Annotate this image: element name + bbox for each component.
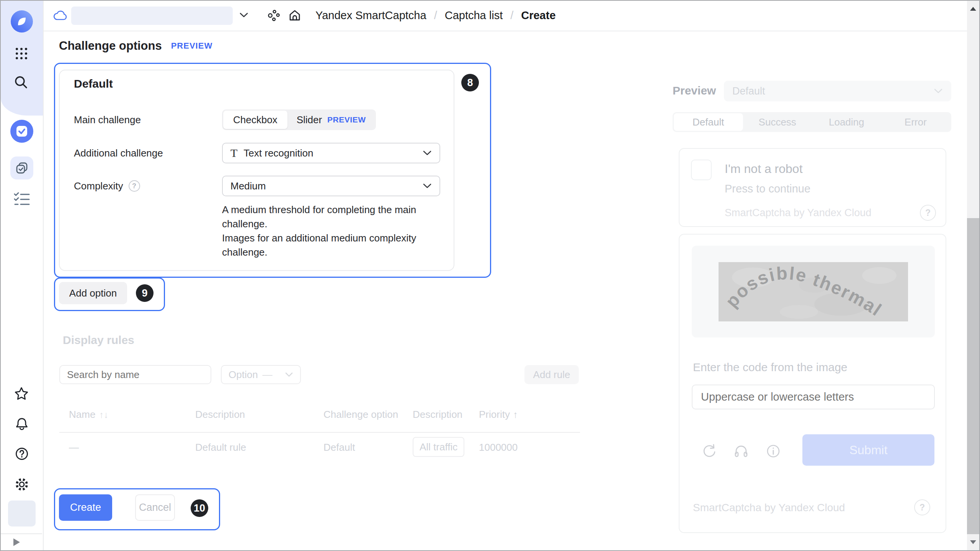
rule-cell-traffic-chip: All traffic bbox=[413, 437, 464, 457]
add-rule-button[interactable]: Add rule bbox=[524, 365, 579, 384]
column-header-description2: Description bbox=[413, 409, 462, 421]
captcha-help-icon[interactable]: ? bbox=[914, 499, 930, 515]
complexity-label-row: Complexity ? bbox=[74, 176, 140, 196]
preview-state-tabs: Default Success Loading Error bbox=[673, 112, 951, 132]
info-circle-icon bbox=[765, 443, 782, 460]
question-circle-icon bbox=[14, 446, 29, 461]
captcha-subtitle: Press to continue bbox=[725, 183, 810, 195]
segment-checkbox[interactable]: Checkbox bbox=[223, 111, 287, 129]
relations-button[interactable] bbox=[268, 9, 281, 24]
page-scrollbar[interactable] bbox=[967, 1, 979, 550]
captcha-audio-button[interactable] bbox=[733, 443, 750, 461]
captcha-brand: SmartCaptcha by Yandex Cloud bbox=[725, 207, 871, 219]
yandex-cloud-logo[interactable] bbox=[11, 10, 33, 33]
captcha-info-button[interactable] bbox=[765, 443, 782, 461]
column-header-challenge-option: Challenge option bbox=[323, 409, 398, 421]
node-graph-icon bbox=[268, 9, 281, 22]
tab-default[interactable]: Default bbox=[674, 113, 743, 131]
add-option-button[interactable]: Add option bbox=[59, 282, 127, 304]
captcha-refresh-button[interactable] bbox=[701, 443, 718, 461]
sidebar-item-smartcaptcha-active[interactable] bbox=[10, 120, 33, 143]
captcha-checkbox-card: I'm not a robot Press to continue SmartC… bbox=[679, 148, 946, 227]
column-header-description: Description bbox=[195, 409, 245, 421]
sidebar-collapse-button[interactable] bbox=[11, 537, 21, 547]
complexity-description-line2: Images for an additional medium complexi… bbox=[222, 231, 432, 259]
breadcrumb: Yandex SmartCaptcha / Captcha list / Cre… bbox=[315, 1, 556, 30]
table-header-divider bbox=[59, 432, 580, 433]
sidebar-item-captcha-list[interactable] bbox=[10, 156, 33, 179]
rule-cell-description: Default rule bbox=[195, 442, 246, 453]
scrollbar-up-button[interactable] bbox=[967, 1, 979, 17]
captcha-image-frame: possible thermal bbox=[692, 246, 935, 337]
slider-preview-badge: PREVIEW bbox=[327, 115, 366, 124]
rules-search-input[interactable] bbox=[59, 365, 211, 384]
rule-cell-priority: 1000000 bbox=[479, 442, 518, 453]
home-button[interactable] bbox=[288, 9, 302, 24]
avatar[interactable] bbox=[8, 500, 36, 527]
complexity-help-icon[interactable]: ? bbox=[129, 180, 140, 192]
star-icon bbox=[14, 386, 29, 401]
breadcrumb-current: Create bbox=[521, 9, 555, 22]
column-header-name[interactable]: Name ↑↓ bbox=[69, 409, 108, 421]
sidebar-divider bbox=[1, 533, 42, 534]
home-icon bbox=[288, 9, 302, 23]
step-badge-8: 8 bbox=[461, 74, 479, 91]
chevron-down-icon bbox=[934, 88, 943, 94]
topbar: Yandex SmartCaptcha / Captcha list / Cre… bbox=[44, 1, 968, 31]
chevron-down-icon bbox=[239, 11, 249, 18]
play-triangle-icon bbox=[12, 538, 21, 547]
scrollbar-down-button[interactable] bbox=[967, 534, 979, 550]
support-button[interactable] bbox=[14, 446, 30, 462]
chevron-down-icon bbox=[285, 372, 293, 378]
sidebar-item-operations[interactable] bbox=[13, 191, 31, 207]
segment-slider[interactable]: Slider PREVIEW bbox=[287, 114, 375, 126]
scrollbar-thumb[interactable] bbox=[967, 218, 979, 535]
rule-cell-name: — bbox=[69, 442, 79, 453]
preview-option-select[interactable]: Default bbox=[724, 81, 951, 101]
additional-challenge-label: Additional challenge bbox=[74, 143, 163, 163]
tab-loading[interactable]: Loading bbox=[812, 113, 881, 131]
breadcrumb-separator: / bbox=[434, 9, 437, 22]
create-button[interactable]: Create bbox=[59, 494, 112, 521]
cancel-button[interactable]: Cancel bbox=[135, 494, 175, 521]
im-not-a-robot-checkbox[interactable] bbox=[691, 160, 712, 180]
logo-leaf-icon bbox=[11, 10, 33, 33]
rule-cell-challenge-option: Default bbox=[323, 442, 355, 453]
captcha-help-icon[interactable]: ? bbox=[920, 205, 936, 221]
project-selector-chevron[interactable] bbox=[239, 11, 249, 20]
tab-error[interactable]: Error bbox=[881, 113, 951, 131]
captcha-submit-button[interactable]: Submit bbox=[802, 434, 934, 466]
checklist-icon bbox=[13, 191, 31, 207]
sort-both-icon: ↑↓ bbox=[99, 409, 108, 420]
breadcrumb-service[interactable]: Yandex SmartCaptcha bbox=[315, 9, 426, 22]
bell-icon bbox=[14, 416, 29, 432]
additional-challenge-select[interactable]: T Text recognition bbox=[222, 143, 440, 163]
project-selector[interactable] bbox=[71, 7, 233, 25]
triangle-down-icon bbox=[970, 540, 977, 544]
complexity-label: Complexity bbox=[74, 180, 123, 192]
settings-button[interactable] bbox=[14, 476, 30, 492]
preview-label: Preview bbox=[673, 84, 716, 97]
step-badge-9: 9 bbox=[136, 284, 154, 302]
headphones-icon bbox=[733, 443, 750, 460]
option-filter-value: — bbox=[263, 369, 273, 381]
column-header-priority[interactable]: Priority ↑ bbox=[479, 409, 518, 421]
captcha-title: I'm not a robot bbox=[725, 162, 803, 176]
page-title-preview-badge: PREVIEW bbox=[171, 41, 212, 51]
tab-success[interactable]: Success bbox=[743, 113, 812, 131]
gear-icon bbox=[14, 477, 29, 492]
captcha-prompt: Enter the code from the image bbox=[693, 361, 848, 374]
step-badge-10: 10 bbox=[191, 499, 208, 517]
complexity-select[interactable]: Medium bbox=[222, 176, 440, 196]
all-services-button[interactable] bbox=[14, 46, 29, 61]
chevron-down-icon bbox=[423, 183, 432, 189]
captcha-brand-footer: SmartCaptcha by Yandex Cloud bbox=[693, 502, 845, 514]
breadcrumb-separator: / bbox=[510, 9, 513, 22]
breadcrumb-captcha-list[interactable]: Captcha list bbox=[445, 9, 503, 22]
captcha-code-input[interactable] bbox=[692, 385, 935, 409]
search-button[interactable] bbox=[13, 75, 29, 90]
notifications-button[interactable] bbox=[14, 416, 30, 432]
favorites-button[interactable] bbox=[13, 386, 29, 402]
stacked-check-cards-icon bbox=[14, 160, 29, 176]
rules-option-filter[interactable]: Option — bbox=[221, 365, 301, 384]
